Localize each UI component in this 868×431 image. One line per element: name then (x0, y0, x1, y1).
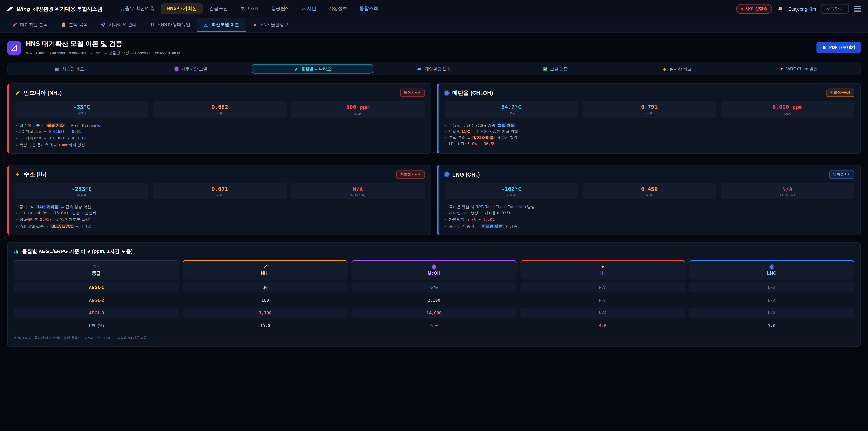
purple-dot-icon (432, 265, 436, 269)
bullet: 해수면 Pool 형성 → 기화율 0.025t (445, 210, 854, 217)
tab-label: WRF-Chem 발전 (786, 66, 818, 72)
document-icon (822, 45, 827, 50)
panel-title: 물질별 AEGL/ERPG 기준 비교 (ppm, 1시간 노출) (22, 248, 133, 255)
card-title: 암모니아 (NH₃) (24, 89, 62, 96)
bell-icon[interactable] (777, 6, 783, 12)
cloud-icon (417, 66, 422, 71)
hazard-badge: 인화성+독성 (827, 89, 854, 97)
card-bullets: 공기보다 14배 가벼움 → 급속 상승 확산 LFL~UFL: 4.0% ~ … (15, 204, 425, 229)
substance-cards-grid: 암모니아 (NH₃) 독성★★★ -33°C비등점 0.682비중 300 pp… (7, 83, 861, 235)
tab-label: 실시간 비교 (670, 66, 691, 72)
panel-title-row: 물질별 AEGL/ERPG 기준 비교 (ppm, 1시간 노출) (14, 248, 854, 255)
nav-item-integrated-search[interactable]: 통합조회 (354, 3, 384, 14)
card-hydrogen: 수소 (H₂) 폭발성★★★ -253°C비등점 0.071비중 N/AIDLH… (7, 165, 431, 236)
tab-wrf-chem[interactable]: WRF-Chem 발전 (738, 64, 859, 74)
table-row-aegl2: AEGL-2 160 2,100 N/A N/A (14, 295, 854, 305)
aegl-comparison-panel: 물질별 AEGL/ERPG 기준 비교 (ppm, 1시간 노출) 기준 등급 … (7, 242, 861, 347)
hamburger-menu-icon[interactable] (854, 5, 861, 13)
stat-boiling-point: -33°C비등점 (15, 101, 149, 118)
clipboard-icon (61, 22, 66, 27)
subnav-label: 시나리오 관리 (109, 22, 136, 28)
bolt-icon (600, 265, 605, 269)
flask-icon (252, 22, 257, 27)
bolt-icon (662, 67, 667, 71)
tab-system-overview[interactable]: 시스템 개요 (9, 64, 130, 74)
card-bullets: 해수면 유출 시 급속 기화 → Flash Evaporation 2D 기화… (15, 122, 425, 148)
page-subtitle: WRF-Chem · Gaussian Plume/Puff · ROMS · … (26, 51, 186, 56)
stat-specific-gravity: 0.791비중 (583, 101, 716, 118)
sub-navigation: 대기확산 분석 분석 목록 시나리오 관리 HNS 대응매뉴얼 확산모델 이론 … (0, 18, 868, 33)
subnav-item-analysis-list[interactable]: 분석 목록 (55, 18, 94, 32)
subnav-item-hns-substance-info[interactable]: HNS 물질정보 (246, 18, 295, 32)
table-header-nh3: NH₃ (183, 260, 348, 280)
chart-line-icon (204, 22, 209, 27)
page-header-icon-box (7, 41, 21, 55)
subnav-item-scenario-management[interactable]: 시나리오 관리 (94, 18, 143, 32)
bullet: 극저온 유출 시 RPT(Rapid Phase Transition) 발생 (445, 204, 854, 210)
blue-dot-icon (770, 265, 774, 269)
hazard-badge: 폭발성★★★ (397, 171, 425, 179)
top-navigation: Wing 해양환경 위기대응 통합시스템 유출유 확산예측 HNS·대기확산 긴… (0, 0, 868, 18)
set-square-icon (11, 44, 18, 51)
nav-item-oil-spill[interactable]: 유출유 확산예측 (115, 3, 160, 14)
tab-marine-correction[interactable]: 해양환경 보정 (373, 64, 495, 74)
stat-idlh: N/AIDLH(질식) (291, 183, 425, 199)
brand[interactable]: Wing 해양환경 위기대응 통합시스템 (6, 5, 102, 12)
bullet: 공기보다 14배 가벼움 → 급속 상승 확산 (15, 204, 425, 210)
card-title: 수소 (H₂) (24, 171, 46, 178)
user-name[interactable]: Eunjeong Kim (788, 6, 816, 11)
stat-specific-gravity: 0.071비중 (153, 183, 287, 199)
bullet: 초기 냉각 증기 → 지표면 체류 후 상승 (445, 223, 854, 229)
table-row-aegl3: AEGL-3 1,100 14,000 N/A N/A (14, 308, 854, 318)
section-tabbar: 시스템 개요 가우시안 모델 물질별 시나리오 해양환경 보정 모델 검증 실시… (7, 63, 861, 75)
nav-item-aerial-search[interactable]: 항공탐색 (266, 3, 296, 14)
subnav-item-diffusion-analysis[interactable]: 대기확산 분석 (5, 18, 54, 32)
stat-boxes: -33°C비등점 0.682비중 300 ppmIDLH (15, 101, 425, 118)
tab-realtime-comparison[interactable]: 실시간 비교 (616, 64, 738, 74)
card-header: LNG (CH₄) 인화성★★ (445, 171, 854, 179)
table-header-criteria: 기준 등급 (14, 260, 179, 280)
pencil-icon (263, 265, 268, 269)
nav-item-rescue[interactable]: 긴급구난 (204, 3, 234, 14)
card-lng: LNG (CH₄) 인화성★★ -162°C비등점 0.450비중 N/AIDL… (437, 165, 861, 236)
card-title: 메탄올 (CH₃OH) (452, 89, 493, 96)
tab-gaussian-model[interactable]: 가우시안 모델 (130, 64, 252, 74)
bullet: LFL~UFL: 6.0% ~ 36.5% (445, 140, 854, 147)
bullet: LFL~UFL: 4.0% ~ 75.0% (극넓은 가연범위) (15, 210, 425, 217)
card-header: 암모니아 (NH₃) 독성★★★ (15, 89, 425, 97)
pdf-export-button[interactable]: PDF 내보내기 (816, 42, 861, 53)
tab-model-validation[interactable]: 모델 검증 (495, 64, 616, 74)
nav-item-weather[interactable]: 기상정보 (323, 3, 352, 14)
subnav-item-hns-manual[interactable]: HNS 대응매뉴얼 (143, 18, 197, 32)
incident-status-badge[interactable]: 사고 진행중 (736, 4, 772, 14)
bullet: 인화점 11°C → 상온에서 증기 인화 위험 (445, 128, 854, 134)
subnav-label: HNS 물질정보 (260, 22, 288, 28)
card-bullets: 수용성 → 해수 용해 + 증발 복합 거동 인화점 11°C → 상온에서 증… (445, 122, 854, 147)
table-row-aegl1: AEGL-1 30 670 N/A N/A (14, 282, 854, 293)
card-header: 수소 (H₂) 폭발성★★★ (15, 171, 425, 179)
subnav-label: 확산모델 이론 (211, 22, 239, 28)
page-header-text: HNS 대기확산 모델 이론 및 검증 WRF-Chem · Gaussian … (26, 39, 186, 56)
brand-logo-text: Wing (17, 6, 30, 12)
tab-label: 해양환경 보정 (425, 66, 451, 72)
purple-dot-icon (175, 67, 178, 71)
rocket-icon (779, 67, 784, 71)
main-menu: 유출유 확산예측 HNS·대기확산 긴급구난 보고자료 항공탐색 게시판 기상정… (115, 3, 384, 14)
check-icon (543, 67, 548, 71)
incident-label: 사고 진행중 (745, 6, 767, 11)
nav-item-hns-atmospheric[interactable]: HNS·대기확산 (161, 3, 203, 14)
bolt-icon (15, 172, 20, 177)
table-row-lfl: LFL (%) 15.0 6.0 4.0 5.0 (14, 321, 854, 331)
logout-button[interactable]: 로그아웃 (821, 4, 848, 14)
subnav-item-model-theory[interactable]: 확산모델 이론 (197, 18, 246, 32)
nav-item-reports[interactable]: 보고자료 (235, 3, 265, 14)
card-title: LNG (CH₄) (452, 171, 480, 177)
nav-item-board[interactable]: 게시판 (297, 3, 322, 14)
app-root: Wing 해양환경 위기대응 통합시스템 유출유 확산예측 HNS·대기확산 긴… (0, 0, 868, 431)
stat-idlh: 6,000 ppmIDLH (721, 101, 854, 118)
bar-chart-icon (14, 249, 19, 254)
stat-boiling-point: -253°C비등점 (15, 183, 149, 199)
tab-label: 모델 검증 (550, 66, 568, 72)
tab-substance-scenarios[interactable]: 물질별 시나리오 (252, 64, 373, 74)
pencil-icon (15, 90, 20, 95)
